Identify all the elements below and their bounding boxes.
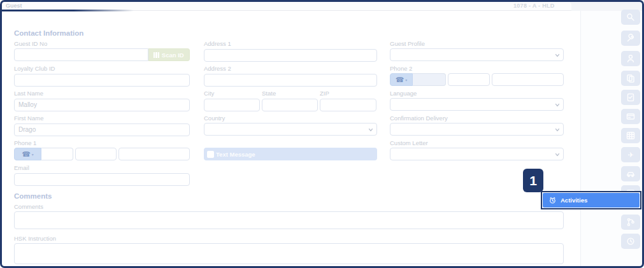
phone-icon: ☎ — [396, 76, 404, 83]
first-name-label: First Name — [14, 114, 190, 123]
wrench-icon — [626, 33, 636, 43]
guest-tab-underline — [0, 10, 134, 11]
hsk-instruction-label: HSK Instruction — [14, 234, 564, 243]
loyalty-club-label: Loyalty Club ID — [14, 64, 190, 73]
language-field: Language — [390, 89, 564, 114]
sidebar-button-history[interactable] — [621, 234, 640, 249]
comments-section: Comments Comments HSK Instruction — [14, 192, 564, 267]
loyalty-club-input[interactable] — [14, 74, 190, 87]
chevron-down-icon — [555, 152, 560, 157]
phone2-input-2[interactable] — [448, 73, 490, 86]
last-name-label: Last Name — [14, 89, 190, 98]
custom-letter-label: Custom Letter — [390, 139, 564, 148]
address2-field: Address 2 — [204, 64, 377, 89]
chevron-down-icon — [555, 102, 560, 108]
sidebar-button-documents[interactable] — [621, 71, 640, 86]
history-clock-icon — [626, 236, 636, 246]
phone2-input-3[interactable] — [492, 73, 564, 86]
tasks-icon — [626, 92, 636, 102]
phone-icon: ☎ — [22, 151, 31, 157]
contact-column-right: Guest Profile Phone 2 ☎ ▾ Language — [390, 39, 564, 164]
custom-letter-select[interactable] — [390, 148, 564, 160]
alarm-clock-icon — [548, 196, 557, 204]
guest-profile-label: Guest Profile — [390, 39, 564, 48]
scan-id-button[interactable]: Scan ID — [148, 48, 190, 61]
card-icon — [626, 111, 636, 122]
text-message-bar: Text Message — [204, 148, 377, 160]
guest-id-label: Guest ID No — [14, 39, 190, 48]
comments-textarea[interactable] — [14, 211, 564, 229]
guest-id-input[interactable] — [14, 48, 148, 61]
address2-input[interactable] — [204, 74, 377, 87]
airplane-icon: ✈ — [627, 152, 633, 159]
room-info: 1078 - A - HLD — [513, 3, 555, 9]
right-toolbar: ✈ — [580, 11, 644, 268]
documents-icon — [626, 73, 636, 83]
sidebar-button-calendar[interactable] — [621, 128, 640, 143]
city-input[interactable] — [204, 99, 260, 111]
chevron-down-icon — [555, 53, 560, 58]
city-label: City — [204, 89, 260, 98]
scan-id-label: Scan ID — [162, 52, 184, 59]
state-label: State — [262, 89, 318, 98]
phone2-input-1[interactable] — [413, 73, 446, 86]
step-number-badge: 1 — [523, 169, 543, 192]
first-name-input[interactable] — [14, 123, 190, 136]
sidebar-button-search[interactable] — [621, 10, 640, 25]
phone1-field: Phone 1 ☎ ▾ — [14, 139, 190, 164]
search-icon — [626, 12, 636, 22]
sidebar-button-tasks[interactable] — [621, 90, 640, 105]
grid-calendar-icon — [626, 130, 636, 141]
car-icon — [626, 169, 636, 179]
confirmation-delivery-label: Confirmation Delivery — [390, 114, 564, 123]
guest-window: Guest 1078 - A - HLD Contact Information… — [0, 0, 644, 268]
phone2-type-dropdown-button[interactable]: ☎ ▾ — [390, 73, 413, 86]
country-select[interactable] — [204, 123, 377, 136]
phone2-field: Phone 2 ☎ ▾ — [390, 64, 564, 89]
email-input[interactable] — [14, 173, 190, 186]
sidebar-button-travel[interactable]: ✈ — [621, 147, 640, 162]
sidebar-button-guest[interactable] — [621, 51, 640, 66]
phone1-input-2[interactable] — [75, 148, 117, 160]
sidebar-button-card[interactable] — [621, 109, 640, 124]
zip-label: ZIP — [320, 89, 376, 98]
window-title: Guest — [6, 3, 22, 9]
confirmation-delivery-select[interactable] — [390, 123, 564, 136]
sidebar-button-tools[interactable] — [621, 31, 640, 46]
caret-down-icon: ▾ — [405, 78, 407, 82]
state-input[interactable] — [262, 99, 318, 111]
phone1-input-3[interactable] — [118, 148, 190, 160]
address1-input[interactable] — [204, 49, 377, 62]
language-select[interactable] — [390, 98, 564, 111]
last-name-input[interactable] — [14, 99, 190, 111]
city-state-zip-field: City State ZIP — [204, 89, 377, 114]
email-label: Email — [14, 164, 190, 173]
address1-label: Address 1 — [204, 39, 377, 48]
comments-heading: Comments — [14, 192, 564, 200]
country-label: Country — [204, 114, 377, 123]
sidebar-button-transport[interactable] — [621, 166, 640, 181]
guest-profile-field: Guest Profile — [390, 39, 564, 64]
activities-annotation-box: Activities — [541, 191, 641, 209]
hsk-instruction-textarea[interactable] — [14, 243, 564, 264]
loyalty-club-field: Loyalty Club ID — [14, 64, 190, 89]
guest-id-field: Guest ID No Scan ID — [14, 39, 190, 64]
address1-field: Address 1 — [204, 39, 377, 64]
phone1-type-dropdown-button[interactable]: ☎ ▾ — [14, 148, 41, 160]
text-message-checkbox[interactable] — [207, 151, 214, 158]
guest-profile-select[interactable] — [390, 48, 564, 61]
address2-label: Address 2 — [204, 64, 377, 73]
zip-input[interactable] — [320, 99, 376, 111]
text-message-label: Text Message — [216, 151, 255, 158]
barcode-icon — [154, 52, 159, 58]
caret-down-icon: ▾ — [32, 152, 34, 157]
contact-information-heading: Contact Information — [14, 29, 83, 37]
country-field: Country — [204, 114, 377, 139]
chevron-down-icon — [555, 127, 560, 132]
phone1-input-1[interactable] — [41, 148, 73, 160]
first-name-field: First Name — [14, 114, 190, 139]
custom-letter-field: Custom Letter — [390, 139, 564, 164]
sidebar-button-workflow[interactable] — [621, 215, 640, 230]
contact-column-left: Guest ID No Scan ID Loyalty Club ID Last… — [14, 39, 190, 188]
activities-button[interactable]: Activities — [543, 193, 640, 208]
